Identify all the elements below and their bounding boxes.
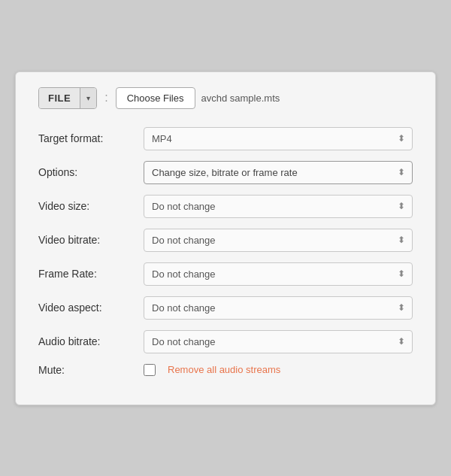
file-button[interactable]: FILE [39, 88, 80, 108]
frame-rate-select[interactable]: Do not change 23.976 24 25 29.97 30 60 [144, 262, 413, 286]
video-aspect-select-wrapper: Do not change 4:3 16:9 21:9 [144, 296, 413, 320]
audio-bitrate-control: Do not change 64k 128k 192k 256k 320k [144, 330, 413, 353]
mute-label: Mute: [38, 364, 144, 376]
target-format-select-wrapper: MP4 AVI MOV MKV WMV FLV [144, 127, 413, 150]
options-row: Options: Change size, bitrate or frame r… [38, 161, 413, 184]
video-bitrate-select-wrapper: Do not change 500k 1000k 2000k 4000k [144, 229, 413, 252]
frame-rate-select-wrapper: Do not change 23.976 24 25 29.97 30 60 [144, 262, 413, 286]
separator: : [104, 91, 107, 105]
video-bitrate-label: Video bitrate: [38, 234, 144, 246]
video-size-select[interactable]: Do not change 320x240 640x480 1280x720 1… [144, 195, 413, 218]
video-aspect-control: Do not change 4:3 16:9 21:9 [144, 296, 413, 320]
mute-control: Remove all audio streams [144, 364, 413, 376]
options-select[interactable]: Change size, bitrate or frame rate [144, 161, 413, 184]
target-format-select[interactable]: MP4 AVI MOV MKV WMV FLV [144, 127, 413, 150]
target-format-control: MP4 AVI MOV MKV WMV FLV [144, 127, 413, 150]
video-aspect-select[interactable]: Do not change 4:3 16:9 21:9 [144, 296, 413, 320]
options-select-wrapper: Change size, bitrate or frame rate [144, 161, 413, 184]
audio-bitrate-row: Audio bitrate: Do not change 64k 128k 19… [38, 330, 413, 353]
audio-bitrate-label: Audio bitrate: [38, 335, 144, 347]
options-label: Options: [38, 166, 144, 178]
video-size-label: Video size: [38, 200, 144, 212]
video-bitrate-control: Do not change 500k 1000k 2000k 4000k [144, 229, 413, 252]
mute-checkbox[interactable] [144, 364, 156, 376]
top-row: FILE ▾ : Choose Files avchd sample.mts [38, 87, 413, 109]
mute-row: Mute: Remove all audio streams [38, 364, 413, 376]
frame-rate-row: Frame Rate: Do not change 23.976 24 25 2… [38, 262, 413, 286]
audio-bitrate-select[interactable]: Do not change 64k 128k 192k 256k 320k [144, 330, 413, 353]
options-control: Change size, bitrate or frame rate [144, 161, 413, 184]
audio-bitrate-select-wrapper: Do not change 64k 128k 192k 256k 320k [144, 330, 413, 353]
video-bitrate-row: Video bitrate: Do not change 500k 1000k … [38, 229, 413, 252]
frame-rate-control: Do not change 23.976 24 25 29.97 30 60 [144, 262, 413, 286]
mute-checkbox-label: Remove all audio streams [168, 364, 280, 375]
dropdown-arrow-icon: ▾ [86, 94, 90, 102]
video-aspect-label: Video aspect: [38, 302, 144, 314]
video-size-select-wrapper: Do not change 320x240 640x480 1280x720 1… [144, 195, 413, 218]
choose-files-button[interactable]: Choose Files [116, 87, 195, 109]
frame-rate-label: Frame Rate: [38, 268, 144, 280]
filename-display: avchd sample.mts [201, 92, 280, 104]
main-panel: FILE ▾ : Choose Files avchd sample.mts T… [15, 71, 436, 405]
video-aspect-row: Video aspect: Do not change 4:3 16:9 21:… [38, 296, 413, 320]
video-size-control: Do not change 320x240 640x480 1280x720 1… [144, 195, 413, 218]
target-format-label: Target format: [38, 132, 144, 144]
video-bitrate-select[interactable]: Do not change 500k 1000k 2000k 4000k [144, 229, 413, 252]
file-dropdown-button[interactable]: ▾ [80, 88, 96, 108]
video-size-row: Video size: Do not change 320x240 640x48… [38, 195, 413, 218]
target-format-row: Target format: MP4 AVI MOV MKV WMV FLV [38, 127, 413, 150]
file-button-group: FILE ▾ [38, 87, 97, 109]
